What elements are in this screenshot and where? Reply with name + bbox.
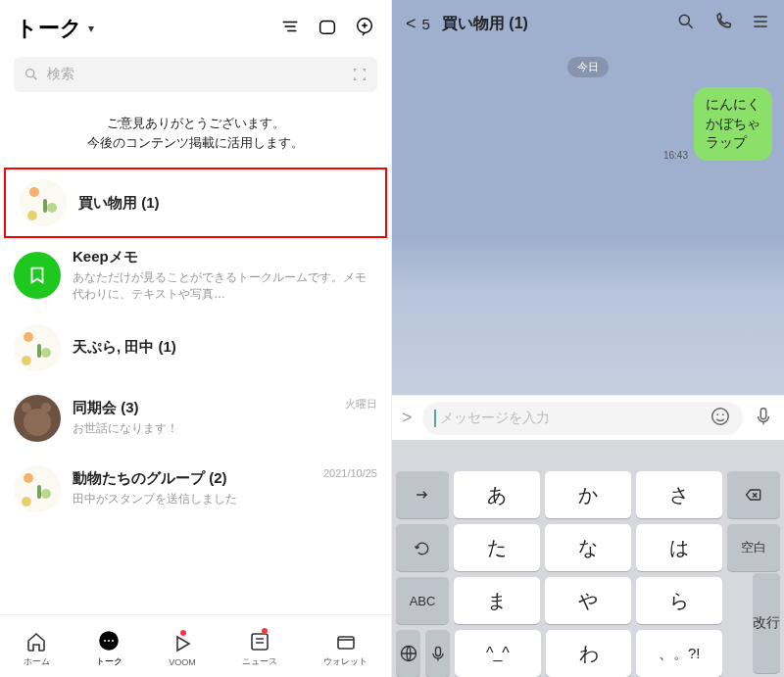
key-punct[interactable]: 、。?! xyxy=(636,630,722,677)
suggestion-bar[interactable] xyxy=(396,446,780,471)
left-header: トーク ▾ xyxy=(0,0,391,53)
new-chat-icon[interactable] xyxy=(354,16,375,41)
key-undo[interactable] xyxy=(396,524,449,571)
svg-point-2 xyxy=(26,70,34,77)
chat-list: 買い物用 (1) Keepメモ あなただけが見ることができるトークルームです。メ… xyxy=(0,168,391,614)
avatar xyxy=(14,395,61,442)
emoji-icon[interactable] xyxy=(710,406,731,430)
sort-icon[interactable] xyxy=(279,16,301,41)
search-input[interactable]: 検索 xyxy=(14,57,377,92)
search-placeholder: 検索 xyxy=(47,66,74,83)
key-space[interactable]: 空白 xyxy=(727,524,780,571)
expand-icon[interactable]: > xyxy=(402,408,413,428)
key-enter[interactable]: 改行 xyxy=(753,573,780,673)
header-actions xyxy=(279,16,375,41)
key-ma[interactable]: ま xyxy=(454,577,540,624)
key-abc[interactable]: ABC xyxy=(396,577,449,624)
avatar xyxy=(20,179,67,226)
scan-icon[interactable] xyxy=(352,67,368,82)
thanks-message: ご意見ありがとうございます。 今後のコンテンツ掲載に活用します。 xyxy=(0,106,391,168)
avatar xyxy=(14,465,61,512)
chat-timestamp: 2021/10/25 xyxy=(323,463,377,479)
chat-title: 天ぷら, 田中 (1) xyxy=(73,338,377,357)
nav-talk[interactable]: トーク xyxy=(96,630,122,668)
news-icon xyxy=(248,630,271,653)
chat-title: 買い物用 (1) xyxy=(442,14,528,34)
key-ra[interactable]: ら xyxy=(636,577,722,624)
svg-point-12 xyxy=(722,413,724,415)
message-bubble[interactable]: にんにく かぼちゃ ラップ xyxy=(694,87,772,161)
chat-row-doukikai[interactable]: 同期会 (3) お世話になります！ 火曜日 xyxy=(0,383,391,454)
call-icon[interactable] xyxy=(713,12,733,35)
avatar xyxy=(14,252,61,299)
mic-icon[interactable] xyxy=(753,406,774,431)
key-a[interactable]: あ xyxy=(454,471,540,518)
chat-preview: あなただけが見ることができるトークルームです。メモ代わりに、テキストや写真… xyxy=(73,269,377,303)
nav-news[interactable]: ニュース xyxy=(242,630,277,668)
chat-title: 動物たちのグループ (2) xyxy=(73,469,312,488)
chat-preview: 田中がスタンプを送信しました xyxy=(73,491,312,508)
search-icon xyxy=(24,67,39,82)
menu-icon[interactable] xyxy=(751,12,770,35)
folder-icon[interactable] xyxy=(317,16,338,41)
key-mic[interactable] xyxy=(425,630,450,677)
date-separator: 今日 xyxy=(567,57,609,77)
chat-row-shopping[interactable]: 買い物用 (1) xyxy=(4,168,387,238)
nav-label: ホーム xyxy=(24,655,50,668)
key-ta[interactable]: た xyxy=(454,524,540,571)
input-placeholder: メッセージを入力 xyxy=(434,410,550,427)
title-dropdown[interactable]: トーク ▾ xyxy=(16,14,94,43)
key-ha[interactable]: は xyxy=(636,524,722,571)
svg-rect-7 xyxy=(252,634,268,650)
badge-dot xyxy=(262,628,268,634)
svg-point-5 xyxy=(108,640,110,642)
nav-label: ウォレット xyxy=(323,655,368,668)
message-input[interactable]: メッセージを入力 xyxy=(422,402,743,435)
message-input-bar: > メッセージを入力 xyxy=(392,395,784,440)
message-row: 16:43 にんにく かぼちゃ ラップ xyxy=(404,87,772,161)
chevron-down-icon: ▾ xyxy=(88,22,94,35)
bookmark-icon xyxy=(26,265,48,286)
svg-point-10 xyxy=(712,409,729,425)
key-wa[interactable]: わ xyxy=(546,630,632,677)
chat-row-tempura[interactable]: 天ぷら, 田中 (1) xyxy=(0,313,391,383)
screen-title: トーク xyxy=(16,14,82,43)
home-icon xyxy=(24,630,48,653)
message-time: 16:43 xyxy=(663,150,688,161)
wallet-icon xyxy=(334,630,358,653)
key-kaomoji[interactable]: ^_^ xyxy=(455,630,541,677)
chat-title: Keepメモ xyxy=(73,248,377,266)
badge-dot xyxy=(180,630,186,636)
nav-wallet[interactable]: ウォレット xyxy=(323,630,368,668)
nav-label: VOOM xyxy=(169,657,196,667)
search-icon[interactable] xyxy=(676,12,696,35)
nav-home[interactable]: ホーム xyxy=(24,630,50,668)
svg-point-9 xyxy=(679,15,689,24)
key-ka[interactable]: か xyxy=(545,471,631,518)
key-backspace[interactable] xyxy=(727,471,780,518)
key-arrow[interactable] xyxy=(396,471,449,518)
svg-point-4 xyxy=(104,640,106,642)
key-ya[interactable]: や xyxy=(545,577,631,624)
back-count: 5 xyxy=(422,16,430,32)
nav-label: ニュース xyxy=(242,655,277,668)
svg-point-6 xyxy=(112,640,114,642)
svg-rect-0 xyxy=(320,22,335,34)
key-sa[interactable]: さ xyxy=(636,471,722,518)
key-na[interactable]: な xyxy=(545,524,631,571)
chat-row-animals[interactable]: 動物たちのグループ (2) 田中がスタンプを送信しました 2021/10/25 xyxy=(0,454,391,524)
nav-voom[interactable]: VOOM xyxy=(169,632,196,667)
svg-rect-15 xyxy=(435,647,440,655)
chat-messages[interactable]: 今日 16:43 にんにく かぼちゃ ラップ xyxy=(392,47,784,395)
key-globe[interactable] xyxy=(396,630,420,677)
keyboard: あ か さ た な は 空白 ABC ま や ら xyxy=(392,440,784,677)
chat-row-keep[interactable]: Keepメモ あなただけが見ることができるトークルームです。メモ代わりに、テキス… xyxy=(0,238,391,313)
talk-icon xyxy=(97,630,121,653)
svg-rect-8 xyxy=(338,637,354,649)
thanks-line1: ご意見ありがとうございます。 xyxy=(0,114,391,133)
talk-list-pane: トーク ▾ 検索 ご意見ありがとうございます。 今後のコンテンツ掲載に活用します… xyxy=(0,0,392,677)
back-button[interactable]: < xyxy=(406,14,416,34)
svg-point-11 xyxy=(716,413,718,415)
svg-rect-13 xyxy=(760,408,766,418)
nav-label: トーク xyxy=(96,655,122,668)
